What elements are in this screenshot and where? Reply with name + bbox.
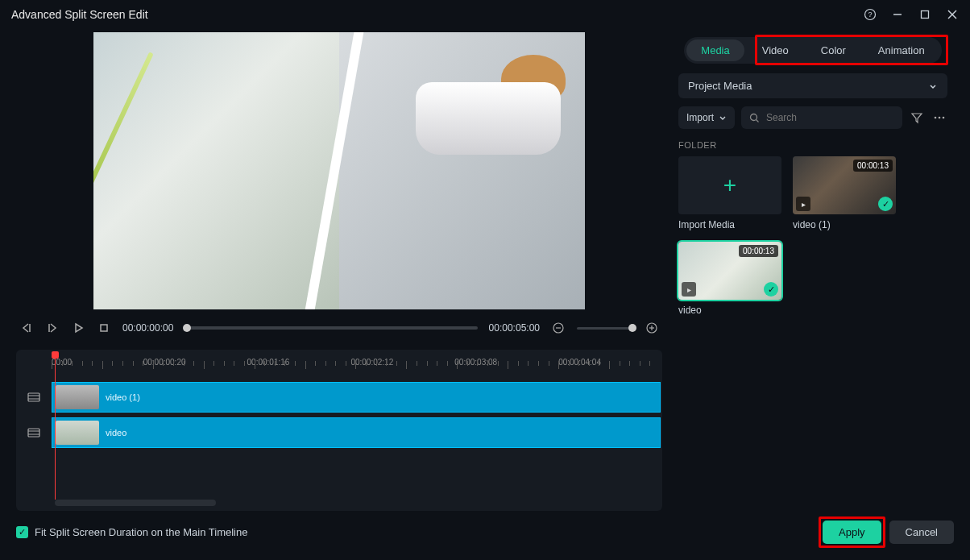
clip-label: video	[106, 428, 126, 438]
svg-rect-17	[28, 429, 39, 437]
window-title: Advanced Split Screen Edit	[11, 8, 148, 21]
add-to-timeline-icon[interactable]: ▸	[682, 282, 696, 297]
add-to-timeline-icon[interactable]: ▸	[796, 197, 810, 211]
svg-point-22	[935, 117, 937, 119]
timeline-clip[interactable]: video	[52, 417, 661, 448]
duration-badge: 00:00:13	[739, 245, 778, 257]
maximize-icon[interactable]	[918, 8, 931, 21]
stop-icon[interactable]	[97, 321, 111, 335]
svg-line-21	[757, 119, 759, 122]
minimize-icon[interactable]	[891, 8, 904, 21]
more-icon[interactable]	[931, 111, 947, 124]
clip-label: video (1)	[106, 392, 140, 402]
svg-rect-3	[922, 11, 929, 19]
player-controls: 00:00:00:00 00:00:05:00	[16, 316, 662, 343]
media-tile[interactable]: 00:00:13 ▸ ✓ video (1)	[793, 156, 896, 230]
svg-point-20	[751, 114, 757, 120]
svg-text:?: ?	[868, 10, 872, 19]
search-icon	[749, 113, 760, 123]
tabs: Media Video Color Animation	[684, 37, 941, 64]
chevron-down-icon	[928, 81, 938, 91]
ruler-ticks	[52, 361, 662, 369]
video-track-icon	[16, 426, 52, 439]
fit-duration-label: Fit Split Screen Duration on the Main Ti…	[35, 526, 247, 538]
end-timecode: 00:00:05:00	[489, 322, 540, 334]
search-input[interactable]	[766, 112, 894, 123]
help-icon[interactable]: ?	[864, 8, 877, 21]
zoom-out-icon[interactable]	[551, 321, 566, 335]
import-media-tile[interactable]: + Import Media	[678, 156, 781, 230]
duration-badge: 00:00:13	[853, 160, 893, 172]
media-name: video (1)	[793, 219, 896, 230]
media-name: video	[678, 305, 781, 316]
left-panel: 00:00:00:00 00:00:05:00 00:00 00:00:00:2…	[0, 29, 670, 512]
timeline-clip[interactable]: video (1)	[52, 382, 661, 413]
dropdown-label: Project Media	[688, 80, 752, 92]
timeline-scrollbar[interactable]	[55, 500, 216, 506]
next-frame-icon[interactable]	[45, 321, 60, 335]
search-box[interactable]	[741, 106, 902, 129]
footer: ✓ Fit Split Screen Duration on the Main …	[0, 512, 970, 552]
tab-color[interactable]: Color	[806, 39, 860, 61]
window-controls: ?	[864, 8, 959, 21]
project-media-dropdown[interactable]: Project Media	[678, 73, 947, 98]
media-grid: + Import Media 00:00:13 ▸ ✓ video (1) 00…	[678, 156, 947, 316]
svg-rect-14	[28, 393, 39, 401]
prev-frame-icon[interactable]	[19, 321, 34, 335]
plus-icon: +	[723, 172, 736, 198]
timeline: 00:00 00:00:00:20 00:00:01:16 00:00:02:1…	[16, 350, 662, 511]
close-icon[interactable]	[946, 8, 959, 21]
tab-video[interactable]: Video	[748, 39, 803, 61]
scrubber[interactable]	[184, 326, 477, 330]
import-search-row: Import	[678, 106, 947, 129]
clip-thumbnail	[56, 421, 99, 445]
right-panel: Media Video Color Animation Project Medi…	[670, 29, 960, 512]
current-timecode: 00:00:00:00	[122, 322, 173, 334]
checkbox-checked-icon: ✓	[16, 526, 28, 538]
tab-animation[interactable]: Animation	[864, 39, 939, 61]
cancel-button[interactable]: Cancel	[889, 521, 954, 544]
footer-buttons: Apply Cancel	[823, 521, 954, 544]
track-row: video (1)	[16, 380, 662, 414]
video-preview[interactable]	[93, 32, 585, 309]
zoom-in-icon[interactable]	[645, 321, 659, 335]
fit-duration-checkbox[interactable]: ✓ Fit Split Screen Duration on the Main …	[16, 526, 247, 538]
media-tile[interactable]: 00:00:13 ▸ ✓ video	[678, 242, 781, 316]
import-dropdown[interactable]: Import	[678, 106, 735, 129]
import-label: Import	[686, 112, 714, 123]
check-icon: ✓	[764, 282, 778, 297]
svg-rect-8	[101, 325, 107, 331]
check-icon: ✓	[878, 197, 893, 211]
zoom-slider[interactable]	[577, 327, 633, 330]
tab-media[interactable]: Media	[686, 39, 744, 61]
titlebar: Advanced Split Screen Edit ?	[0, 0, 970, 29]
clip-thumbnail	[56, 385, 99, 409]
video-track-icon	[16, 391, 52, 404]
apply-button[interactable]: Apply	[823, 521, 881, 544]
media-name: Import Media	[678, 219, 781, 230]
folder-heading: FOLDER	[678, 140, 947, 150]
filter-icon[interactable]	[909, 111, 925, 124]
playhead[interactable]	[55, 355, 56, 500]
svg-point-23	[939, 117, 941, 119]
track-row: video	[16, 416, 662, 450]
chevron-down-icon	[719, 114, 727, 122]
svg-point-24	[943, 117, 945, 119]
play-icon[interactable]	[71, 321, 85, 335]
